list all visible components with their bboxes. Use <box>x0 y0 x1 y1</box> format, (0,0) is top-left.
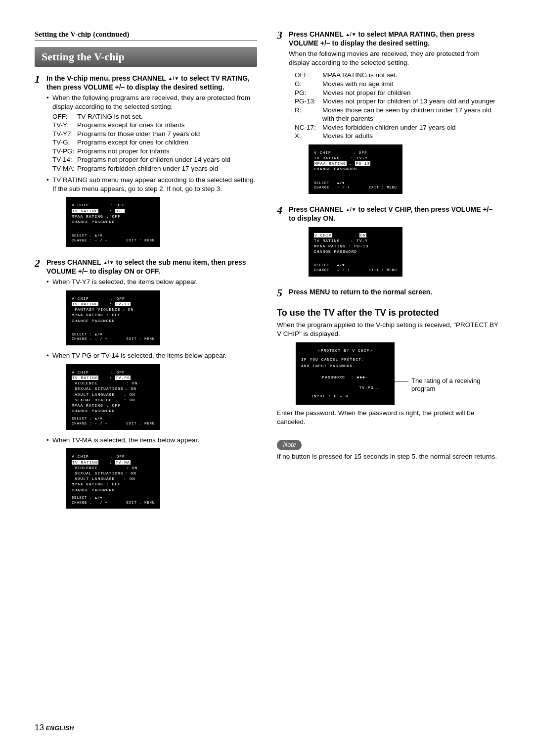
use-after-title: To use the TV after the TV is protected <box>277 307 499 319</box>
footer-language: ENGLISH <box>46 725 74 732</box>
step5-heading: Press MENU to return to the normal scree… <box>289 287 499 296</box>
step-number: 3 <box>277 30 289 200</box>
use-after-p1: When the program applied to the V-chip s… <box>277 321 499 338</box>
use-after-p2: Enter the password. When the password is… <box>277 409 499 426</box>
step-2: 2 Press CHANNEL ▲/▼ to select the sub me… <box>35 258 257 515</box>
osd-screen-1: V CHIP: OFF TV RATING: OFF MPAA RATING: … <box>66 197 160 246</box>
osd-screen-3: V CHIP: OFF TV RATING: TV-PG VIOLENCE: O… <box>66 364 160 430</box>
step2-bullet2: When TV-PG or TV-14 is selected, the ite… <box>52 351 257 360</box>
step-5: 5 Press MENU to return to the normal scr… <box>277 287 499 298</box>
osd-screen-5: V CHIP: OFF TV RATING: TV-Y MPAA RATING:… <box>309 144 402 194</box>
page-footer: 13 ENGLISH <box>35 722 74 733</box>
osd-screen-6: V CHIP: ON TV RATING: TV-Y MPAA RATING: … <box>309 227 402 277</box>
triangle-up-down-icon: ▲/▼ <box>345 32 356 37</box>
callout-line <box>389 381 408 381</box>
step-4: 4 Press CHANNEL ▲/▼ to select V CHIP, th… <box>277 205 499 283</box>
step2-bullet1: When TV-Y7 is selected, the items below … <box>52 278 257 286</box>
section-title: Setting the V-chip <box>35 47 257 67</box>
osd-screen-2: V CHIP: OFF TV RATING: TV-Y7 FANTASY VIO… <box>66 290 160 346</box>
osd-protect-screen: <PROTECT BY V CHIP> IF YOU CANCEL PROTEC… <box>296 342 395 405</box>
step-number: 1 <box>35 74 46 253</box>
note-text: If no button is pressed for 15 seconds i… <box>277 452 499 461</box>
step3-heading: Press CHANNEL ▲/▼ to select MPAA RATING,… <box>289 30 499 47</box>
step-1: 1 In the V-chip menu, press CHANNEL ▲/▼ … <box>35 74 257 253</box>
step-3: 3 Press CHANNEL ▲/▼ to select MPAA RATIN… <box>277 30 499 200</box>
step-number: 5 <box>277 287 289 298</box>
osd-screen-4: V CHIP: OFF TV RATING: TV-MA VIOLENCE: O… <box>66 448 160 509</box>
step2-heading: Press CHANNEL ▲/▼ to select the sub menu… <box>46 258 257 276</box>
breadcrumb: Setting the V-chip (continued) <box>35 30 257 41</box>
triangle-up-down-icon: ▲/▼ <box>103 260 114 265</box>
step1-heading: In the V-chip menu, press CHANNEL ▲/▼ to… <box>46 74 257 92</box>
step4-heading: Press CHANNEL ▲/▼ to select V CHIP, then… <box>289 205 499 223</box>
callout-text: The rating of a receiving program <box>411 377 481 394</box>
step2-bullet3: When TV-MA is selected, the items below … <box>52 436 257 445</box>
page-number: 13 <box>35 723 44 732</box>
step1-bullet1: When the following programs are received… <box>52 94 257 111</box>
step1-bullet2: TV RATING sub menu may appear according … <box>52 176 257 193</box>
note-badge: Note <box>277 440 302 450</box>
step-number: 4 <box>277 205 289 283</box>
triangle-up-down-icon: ▲/▼ <box>345 207 356 212</box>
step3-intro: When the following movies are received, … <box>289 49 499 67</box>
triangle-up-down-icon: ▲/▼ <box>168 76 179 81</box>
step-number: 2 <box>35 258 46 515</box>
